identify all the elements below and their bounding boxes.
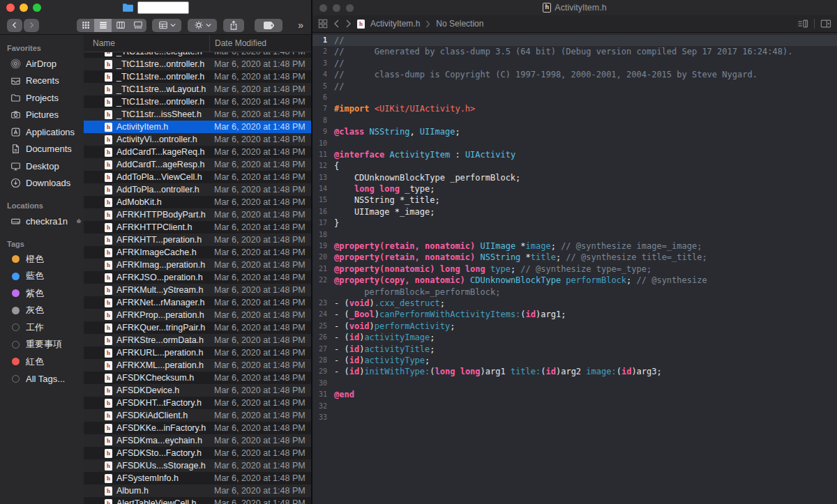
jump-back-button[interactable] bbox=[333, 20, 340, 28]
table-row[interactable]: hAFSDKHT...tFactory.hMar 6, 2020 at 1:48… bbox=[84, 397, 311, 409]
sidebar-item-documents[interactable]: Documents bbox=[0, 141, 84, 158]
add-editor-icon[interactable] bbox=[820, 19, 831, 29]
sidebar-item-desktop[interactable]: Desktop bbox=[0, 158, 84, 175]
close-button[interactable] bbox=[6, 3, 15, 12]
editor-options-icon[interactable] bbox=[797, 19, 808, 29]
sidebar-item-checkra1n[interactable]: checkra1n bbox=[0, 213, 84, 230]
sidebar-item-downloads[interactable]: Downloads bbox=[0, 175, 84, 192]
header-file-icon: h bbox=[105, 261, 112, 270]
icon-view-button[interactable] bbox=[77, 19, 94, 32]
code-line: 26- (id)activityImage; bbox=[312, 332, 837, 343]
sidebar-item--[interactable]: 重要事項 bbox=[0, 336, 84, 353]
sidebar-item--[interactable]: 灰色 bbox=[0, 302, 84, 319]
table-row[interactable]: hAFRKImag...peration.hMar 6, 2020 at 1:4… bbox=[84, 259, 311, 271]
line-number: 19 bbox=[312, 240, 334, 252]
breadcrumb-file[interactable]: ActivityItem.h bbox=[370, 19, 420, 29]
table-row[interactable]: hAFSDKChecksum.hMar 6, 2020 at 1:48 PM bbox=[84, 372, 311, 384]
table-row[interactable]: hAFRKNet...rManager.hMar 6, 2020 at 1:48… bbox=[84, 296, 311, 309]
eject-icon[interactable] bbox=[75, 217, 83, 225]
code-line: 21@property(nonatomic) long long type; /… bbox=[312, 264, 837, 275]
icon-view-icon bbox=[81, 20, 91, 30]
table-row[interactable]: hAFRKURL...peration.hMar 6, 2020 at 1:48… bbox=[84, 346, 311, 359]
table-row[interactable]: hAddCardT...kageReq.hMar 6, 2020 at 1:48… bbox=[84, 146, 311, 158]
table-row[interactable]: hActivityVi...ontroller.hMar 6, 2020 at … bbox=[84, 133, 311, 146]
table-row[interactable]: hAFRKJSO...peration.hMar 6, 2020 at 1:48… bbox=[84, 271, 311, 284]
column-view-button[interactable] bbox=[112, 19, 129, 32]
file-name: AFSDKKe...inFactory.h bbox=[116, 423, 206, 433]
line-number: 12 bbox=[312, 160, 334, 171]
close-button[interactable] bbox=[319, 4, 327, 12]
date-modified: Mar 6, 2020 at 1:48 PM bbox=[209, 498, 311, 504]
table-row[interactable]: hAddCardT...ageResp.hMar 6, 2020 at 1:48… bbox=[84, 158, 311, 171]
table-row[interactable]: hAFSDKiAdClient.hMar 6, 2020 at 1:48 PM bbox=[84, 409, 311, 422]
window-title-field[interactable] bbox=[137, 1, 189, 14]
sidebar-item-projects[interactable]: Projects bbox=[0, 89, 84, 107]
code-line: 29- (id)initWithType:(long long)arg1 tit… bbox=[312, 366, 837, 377]
related-items-icon[interactable] bbox=[318, 19, 328, 29]
table-row[interactable]: hAFSDKKe...inFactory.hMar 6, 2020 at 1:4… bbox=[84, 422, 311, 434]
minimize-button[interactable] bbox=[20, 3, 28, 12]
sidebar-item-recents[interactable]: Recents bbox=[0, 72, 84, 90]
table-row[interactable]: hAFSDKSto...Factory.hMar 6, 2020 at 1:48… bbox=[84, 447, 311, 459]
table-row[interactable]: hAlbum.hMar 6, 2020 at 1:48 PM bbox=[84, 484, 311, 497]
code-editor[interactable]: 1//2// Generated by class-dump 3.5 (64 b… bbox=[312, 33, 837, 504]
finder-chrome: » bbox=[0, 0, 311, 35]
header-file-icon: h bbox=[105, 311, 112, 320]
table-row[interactable]: hAdMobKit.hMar 6, 2020 at 1:48 PM bbox=[84, 196, 311, 208]
sidebar-item-airdrop[interactable]: AirDrop bbox=[0, 55, 84, 72]
column-header-date-modified[interactable]: Date Modified bbox=[209, 35, 311, 52]
sidebar-item--[interactable]: 藍色 bbox=[0, 268, 84, 285]
table-row[interactable]: hAFRKHTT...peration.hMar 6, 2020 at 1:48… bbox=[84, 234, 311, 246]
table-row[interactable]: hAFRKHTTPBodyPart.hMar 6, 2020 at 1:48 P… bbox=[84, 208, 311, 221]
sidebar-item-label: Applications bbox=[26, 127, 75, 137]
table-row[interactable]: hAFRKMult...yStream.hMar 6, 2020 at 1:48… bbox=[84, 284, 311, 296]
forward-button[interactable] bbox=[24, 19, 39, 32]
table-row[interactable]: hAFRKQuer...tringPair.hMar 6, 2020 at 1:… bbox=[84, 321, 311, 334]
table-row[interactable]: hAFSDKma...eychain.hMar 6, 2020 at 1:48 … bbox=[84, 434, 311, 447]
table-row[interactable]: hAFRKXML...peration.hMar 6, 2020 at 1:48… bbox=[84, 359, 311, 372]
tag-button[interactable] bbox=[255, 19, 282, 32]
table-row[interactable]: h_TtC11stre...ontroller.hMar 6, 2020 at … bbox=[84, 58, 311, 70]
table-row[interactable]: hAddToPla...ontroller.hMar 6, 2020 at 1:… bbox=[84, 183, 311, 196]
zoom-button[interactable] bbox=[346, 4, 354, 12]
list-view-button[interactable] bbox=[94, 19, 112, 32]
back-button[interactable] bbox=[7, 19, 22, 32]
breadcrumb-selection[interactable]: No Selection bbox=[436, 19, 483, 29]
sidebar-item-applications[interactable]: Applications bbox=[0, 123, 84, 141]
table-row[interactable]: hAFRKHTTPClient.hMar 6, 2020 at 1:48 PM bbox=[84, 221, 311, 234]
group-by-button[interactable] bbox=[152, 19, 181, 32]
table-row[interactable]: hAFRKImageCache.hMar 6, 2020 at 1:48 PM bbox=[84, 246, 311, 259]
table-row[interactable]: h_TtC11stre...ontroller.hMar 6, 2020 at … bbox=[84, 70, 311, 83]
date-modified: Mar 6, 2020 at 1:48 PM bbox=[209, 436, 311, 445]
table-row[interactable]: hAFRKStre...ormData.hMar 6, 2020 at 1:48… bbox=[84, 334, 311, 346]
toolbar-overflow-button[interactable]: » bbox=[298, 20, 304, 31]
action-button[interactable] bbox=[188, 19, 217, 32]
table-row[interactable]: h_TtC11str...issSheet.hMar 6, 2020 at 1:… bbox=[84, 108, 311, 121]
sidebar-item--[interactable]: 紫色 bbox=[0, 285, 84, 303]
sidebar-item--[interactable]: 工作 bbox=[0, 319, 84, 337]
sidebar-item-all-tags-[interactable]: All Tags... bbox=[0, 370, 84, 388]
sidebar-section-label: Locations bbox=[0, 199, 84, 213]
column-header-name[interactable]: Name bbox=[84, 38, 209, 48]
code-line: performBlock=_performBlock; bbox=[312, 287, 837, 298]
table-row[interactable]: h_TtC11stre...wLayout.hMar 6, 2020 at 1:… bbox=[84, 83, 311, 96]
table-row[interactable]: h_TtC11stre...ontroller.hMar 6, 2020 at … bbox=[84, 96, 311, 108]
table-row[interactable]: hAFSystemInfo.hMar 6, 2020 at 1:48 PM bbox=[84, 472, 311, 484]
share-button[interactable] bbox=[223, 19, 244, 32]
table-row[interactable]: hAlertTableViewCell.hMar 6, 2020 at 1:48… bbox=[84, 497, 311, 504]
table-row[interactable]: hAFSDKDevice.hMar 6, 2020 at 1:48 PM bbox=[84, 384, 311, 397]
minimize-button[interactable] bbox=[333, 4, 340, 12]
header-file-icon: h bbox=[105, 399, 112, 408]
table-row[interactable]: hAddToPla...ViewCell.hMar 6, 2020 at 1:4… bbox=[84, 171, 311, 183]
gallery-view-button[interactable] bbox=[129, 19, 146, 32]
date-modified: Mar 6, 2020 at 1:48 PM bbox=[209, 197, 311, 207]
table-row[interactable]: hActivityItem.hMar 6, 2020 at 1:48 PM bbox=[84, 121, 311, 133]
zoom-button[interactable] bbox=[33, 3, 41, 12]
sidebar-item--[interactable]: 橙色 bbox=[0, 251, 84, 268]
date-modified: Mar 6, 2020 at 1:48 PM bbox=[209, 147, 311, 157]
jump-forward-button[interactable] bbox=[345, 20, 352, 28]
table-row[interactable]: hAFRKProp...peration.hMar 6, 2020 at 1:4… bbox=[84, 309, 311, 321]
sidebar-item--[interactable]: 紅色 bbox=[0, 353, 84, 371]
sidebar-item-pictures[interactable]: Pictures bbox=[0, 107, 84, 124]
table-row[interactable]: hAFSDKUs...sStorage.hMar 6, 2020 at 1:48… bbox=[84, 459, 311, 472]
